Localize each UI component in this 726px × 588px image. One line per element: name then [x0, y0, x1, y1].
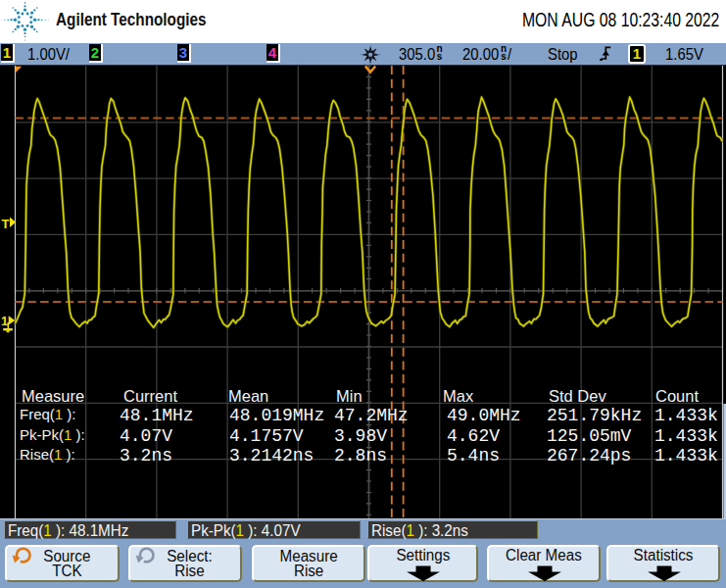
svg-text:T: T [2, 217, 10, 231]
svg-text:1: 1 [1, 314, 8, 328]
